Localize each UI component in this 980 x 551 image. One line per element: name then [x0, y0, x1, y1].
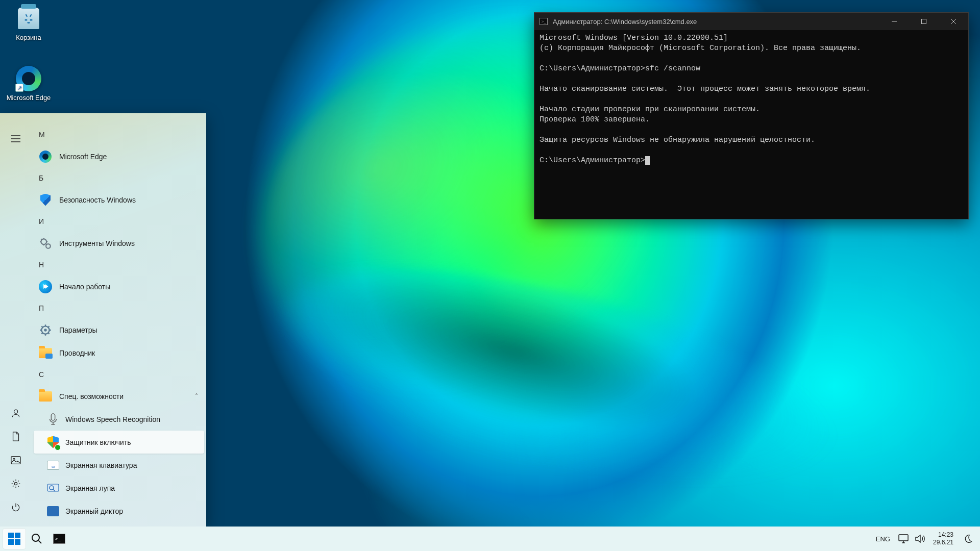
minimize-button[interactable]	[879, 13, 909, 30]
search-button[interactable]	[26, 529, 48, 549]
clock-time: 14:23	[933, 531, 953, 539]
user-account-button[interactable]	[5, 402, 27, 424]
svg-point-3	[14, 482, 17, 485]
svg-rect-1	[11, 457, 20, 464]
notifications-button[interactable]	[959, 529, 977, 549]
start-letter-header[interactable]: И	[32, 211, 206, 232]
svg-rect-18	[899, 535, 908, 541]
edge-icon	[38, 149, 53, 164]
hamburger-button[interactable]	[5, 128, 27, 150]
start-app-label: Защитник включить	[65, 438, 131, 446]
start-app-label: Безопасность Windows	[59, 196, 136, 204]
moon-icon	[963, 534, 973, 544]
settings-icon	[38, 322, 53, 338]
start-rail	[0, 113, 32, 527]
start-letter-header[interactable]: М	[32, 124, 206, 145]
desktop-icon-edge[interactable]: Microsoft Edge	[4, 65, 53, 102]
clock-date: 29.6.21	[933, 539, 953, 546]
start-app-label: Windows Speech Recognition	[65, 415, 160, 423]
start-app-security[interactable]: Безопасность Windows	[34, 188, 204, 211]
taskbar-app-cmd[interactable]	[48, 529, 70, 549]
start-app-defender[interactable]: Защитник включить	[34, 431, 204, 454]
narrator-icon	[47, 505, 59, 517]
start-button[interactable]	[3, 529, 26, 549]
gear-icon	[11, 479, 21, 489]
start-app-settings[interactable]: Параметры	[34, 318, 204, 341]
search-icon	[31, 533, 43, 545]
close-icon	[950, 18, 957, 24]
start-apps-list[interactable]: М Microsoft EdgeБ Безопасность WindowsИ …	[32, 113, 206, 527]
language-indicator[interactable]: ENG	[871, 535, 895, 543]
start-app-magnifier[interactable]: Экранная лупа	[34, 477, 204, 499]
tray-volume-button[interactable]	[912, 529, 928, 549]
start-letter-header[interactable]: Н	[32, 255, 206, 275]
svg-rect-10	[51, 413, 55, 420]
document-icon	[11, 432, 20, 442]
volume-icon	[915, 534, 925, 543]
start-app-label: Экранный диктор	[65, 507, 123, 515]
start-app-tools[interactable]: Инструменты Windows	[34, 232, 204, 255]
start-letter-header[interactable]: С	[32, 364, 206, 385]
svg-line-17	[39, 541, 42, 544]
pictures-icon	[11, 456, 21, 465]
cmd-titlebar[interactable]: >_ Администратор: C:\Windows\system32\cm…	[534, 13, 968, 30]
start-app-explorer[interactable]: Проводник	[34, 341, 204, 364]
recycle-bin-label: Корзина	[16, 34, 41, 41]
start-app-speech[interactable]: Windows Speech Recognition	[34, 408, 204, 431]
desktop-icon-recycle-bin[interactable]: Корзина	[4, 5, 53, 41]
pictures-button[interactable]	[5, 449, 27, 471]
svg-rect-15	[922, 19, 926, 24]
start-app-label: Начало работы	[59, 283, 110, 291]
tray-network-button[interactable]	[895, 529, 912, 549]
start-app-narrator[interactable]: Экранный диктор	[34, 499, 204, 522]
cmd-title-text: Администратор: C:\Windows\system32\cmd.e…	[553, 18, 697, 26]
windows-logo-icon	[8, 533, 20, 545]
svg-point-7	[46, 244, 51, 248]
power-button[interactable]	[5, 496, 27, 518]
cmd-window[interactable]: >_ Администратор: C:\Windows\system32\cm…	[534, 12, 969, 219]
close-button[interactable]	[939, 13, 968, 30]
cmd-taskbar-icon	[53, 534, 65, 544]
start-app-getstarted[interactable]: Начало работы	[34, 275, 204, 298]
maximize-button[interactable]	[909, 13, 939, 30]
start-app-label: Проводник	[59, 349, 95, 357]
svg-point-9	[44, 329, 46, 331]
shortcut-overlay-icon	[15, 84, 23, 92]
explorer-icon	[38, 345, 53, 361]
documents-button[interactable]	[5, 425, 27, 448]
access-icon	[38, 389, 53, 404]
taskbar-clock[interactable]: 14:23 29.6.21	[928, 531, 959, 546]
getstarted-icon	[38, 279, 53, 294]
minimize-icon	[891, 18, 897, 24]
defender-icon	[47, 436, 59, 448]
start-app-label: Microsoft Edge	[59, 153, 107, 161]
hamburger-icon	[11, 135, 20, 142]
user-icon	[11, 408, 21, 418]
start-letter-header[interactable]: Б	[32, 168, 206, 188]
svg-point-6	[41, 239, 46, 244]
svg-point-16	[32, 534, 39, 541]
start-letter-header[interactable]: П	[32, 298, 206, 318]
start-menu: М Microsoft EdgeБ Безопасность WindowsИ …	[0, 113, 206, 527]
start-app-edge[interactable]: Microsoft Edge	[34, 145, 204, 168]
cmd-icon: >_	[540, 18, 548, 25]
start-app-label: Спец. возможности	[59, 392, 124, 400]
monitor-icon	[898, 534, 909, 543]
terminal-output[interactable]: Microsoft Windows [Version 10.0.22000.51…	[534, 30, 968, 219]
osk-icon	[47, 459, 59, 471]
maximize-icon	[921, 18, 927, 24]
start-app-label: Экранная лупа	[65, 484, 115, 492]
edge-label: Microsoft Edge	[7, 94, 51, 102]
start-app-label: Инструменты Windows	[59, 239, 135, 247]
tools-icon	[38, 236, 53, 251]
start-app-access[interactable]: Спец. возможности˄	[34, 385, 204, 408]
chevron-up-icon: ˄	[195, 393, 198, 400]
start-app-label: Экранная клавиатура	[65, 461, 137, 469]
taskbar: ENG 14:23 29.6.21	[0, 527, 980, 551]
speech-icon	[47, 413, 59, 425]
magnifier-icon	[47, 482, 59, 494]
power-icon	[11, 502, 21, 512]
start-app-label: Параметры	[59, 326, 97, 334]
settings-button[interactable]	[5, 472, 27, 495]
start-app-osk[interactable]: Экранная клавиатура	[34, 454, 204, 477]
